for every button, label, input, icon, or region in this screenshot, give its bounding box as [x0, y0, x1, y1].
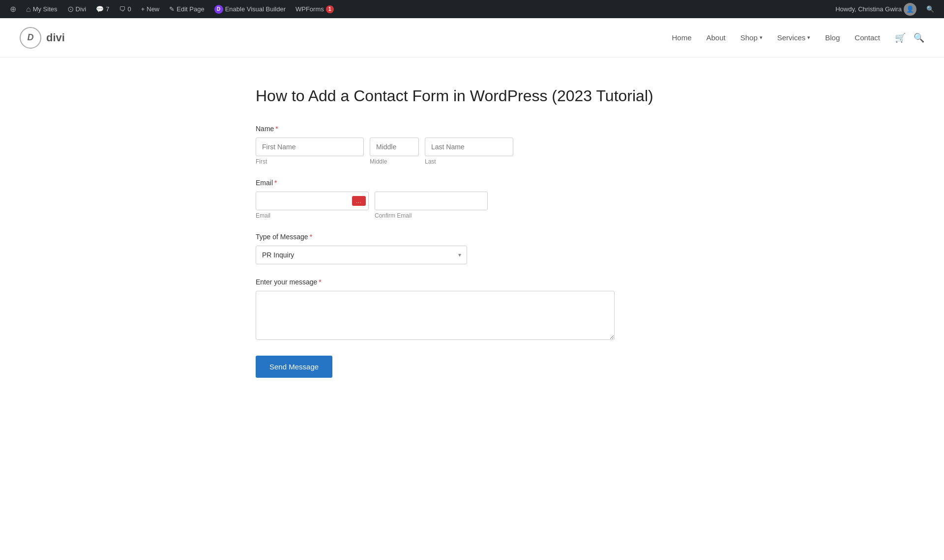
nav-services[interactable]: Services ▾: [777, 33, 811, 42]
message-textarea[interactable]: [256, 291, 615, 340]
main-nav: Home About Shop ▾ Services ▾ Blog Contac…: [672, 32, 924, 43]
first-name-col: First: [256, 138, 364, 165]
send-message-button[interactable]: Send Message: [256, 356, 332, 378]
middle-name-col: Middle: [370, 138, 419, 165]
email-row: ... Email Confirm Email: [256, 192, 688, 219]
contact-form: Name* First Middle Last Email*: [256, 125, 688, 378]
logo-circle: D: [20, 27, 41, 49]
nav-blog[interactable]: Blog: [825, 33, 840, 42]
submit-field: Send Message: [256, 356, 688, 378]
name-field: Name* First Middle Last: [256, 125, 688, 165]
logo-text: divi: [46, 31, 65, 44]
admin-bar-new[interactable]: + New: [137, 0, 164, 18]
middle-name-input[interactable]: [370, 138, 419, 156]
name-row: First Middle Last: [256, 138, 688, 165]
site-header: D divi Home About Shop ▾ Services ▾ Blog…: [0, 18, 944, 57]
type-of-message-field: Type of Message* PR Inquiry General Inqu…: [256, 233, 688, 264]
logo-letter: D: [28, 32, 34, 43]
nav-icons: 🛒 🔍: [895, 32, 924, 43]
admin-bar-my-sites[interactable]: ⌂ My Sites: [22, 0, 61, 18]
avatar: 👤: [904, 3, 916, 16]
divi-site-icon: ⊙: [67, 4, 74, 14]
last-name-label: Last: [425, 158, 513, 165]
type-of-message-label: Type of Message*: [256, 233, 688, 241]
wordpress-icon: ⊕: [10, 4, 16, 14]
nav-about[interactable]: About: [706, 33, 725, 42]
cart-icon[interactable]: 🛒: [895, 32, 906, 43]
home-icon: ⌂: [26, 5, 31, 14]
message-field: Enter your message*: [256, 278, 688, 342]
last-name-col: Last: [425, 138, 513, 165]
site-logo[interactable]: D divi: [20, 27, 65, 49]
wpforms-badge: 1: [326, 5, 334, 13]
admin-bar-comments[interactable]: 💬 7: [92, 0, 113, 18]
nav-home[interactable]: Home: [672, 33, 691, 42]
plus-icon: +: [141, 5, 145, 13]
email-sub-label: Email: [256, 212, 369, 219]
nav-shop[interactable]: Shop ▾: [740, 33, 763, 42]
divi-builder-icon: D: [214, 5, 223, 14]
pencil-icon: ✎: [169, 5, 175, 13]
email-input-wrapper: ...: [256, 192, 369, 210]
comment-icon: 💬: [96, 5, 104, 13]
middle-name-label: Middle: [370, 158, 419, 165]
admin-bar-wp-icon[interactable]: ⊕: [6, 0, 20, 18]
first-name-input[interactable]: [256, 138, 364, 156]
message-label: Enter your message*: [256, 278, 688, 286]
admin-bar-search[interactable]: 🔍: [922, 0, 938, 18]
main-content: How to Add a Contact Form in WordPress (…: [236, 87, 708, 378]
admin-bar-edit-page[interactable]: ✎ Edit Page: [165, 0, 208, 18]
confirm-email-sub-label: Confirm Email: [375, 212, 488, 219]
email-dots-button[interactable]: ...: [352, 196, 366, 206]
email-field: Email* ... Email Confirm Email: [256, 179, 688, 219]
admin-bar: ⊕ ⌂ My Sites ⊙ Divi 💬 7 🗨 0 + New ✎ Edit…: [0, 0, 944, 18]
email-label: Email*: [256, 179, 688, 187]
admin-bar-right: Howdy, Christina Gwira 👤 🔍: [831, 0, 938, 18]
required-indicator: *: [274, 179, 277, 187]
admin-bar-wpforms[interactable]: WPForms 1: [292, 0, 338, 18]
admin-bar-divi[interactable]: ⊙ Divi: [63, 0, 90, 18]
message-type-wrapper: PR Inquiry General Inquiry Support Other…: [256, 246, 467, 264]
chevron-down-icon: ▾: [807, 34, 810, 41]
admin-bar-enable-visual-builder[interactable]: D Enable Visual Builder: [210, 0, 290, 18]
page-title: How to Add a Contact Form in WordPress (…: [256, 87, 688, 105]
name-label: Name*: [256, 125, 688, 133]
last-name-input[interactable]: [425, 138, 513, 156]
first-name-label: First: [256, 158, 364, 165]
confirm-email-input[interactable]: [375, 192, 488, 210]
search-icon[interactable]: 🔍: [914, 32, 924, 43]
message-type-select[interactable]: PR Inquiry General Inquiry Support Other: [256, 246, 467, 264]
search-icon: 🔍: [926, 5, 934, 13]
admin-bar-howdy[interactable]: Howdy, Christina Gwira 👤: [831, 0, 920, 18]
required-indicator: *: [310, 233, 312, 241]
chevron-down-icon: ▾: [760, 34, 763, 41]
email-col: ... Email: [256, 192, 369, 219]
nav-contact[interactable]: Contact: [855, 33, 880, 42]
confirm-email-col: Confirm Email: [375, 192, 488, 219]
comment-count-icon: 🗨: [119, 5, 125, 13]
admin-bar-comments-count[interactable]: 🗨 0: [115, 0, 135, 18]
required-indicator: *: [275, 125, 278, 133]
required-indicator: *: [319, 278, 321, 286]
